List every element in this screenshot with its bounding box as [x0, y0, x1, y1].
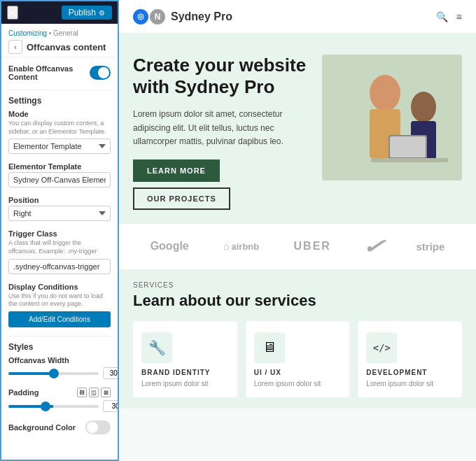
logo-icons: ◎ N: [133, 9, 165, 24]
mode-field: Mode You can display custom content, a s…: [8, 110, 111, 154]
panel-title-row: ‹ Offcanvas content: [8, 40, 111, 54]
service-card-ui: 🖥 UI / UX Lorem ipsum dolor sit: [246, 321, 350, 397]
ui-desc: Lorem ipsum dolor sit: [254, 379, 342, 389]
offcanvas-width-slider-row: [8, 367, 111, 379]
enable-offcanvas-row: Enable Offcanvas Content: [8, 64, 111, 81]
hero-image: [322, 55, 462, 180]
enable-offcanvas-label: Enable Offcanvas Content: [8, 64, 90, 81]
logo-google: Google: [150, 240, 189, 253]
display-conditions-field: Display Conditions Use this if you do no…: [8, 283, 111, 327]
hero-desc: Lorem ipsum dolor sit amet, consectetur …: [133, 108, 301, 148]
services-label: SERVICES: [133, 281, 462, 289]
hero-content: Create your website with Sydney Pro Lore…: [133, 55, 308, 210]
padding-link-icon[interactable]: ⛓: [77, 388, 87, 397]
trigger-class-field: Trigger Class A class that will trigger …: [8, 229, 111, 274]
services-title: Learn about our services: [133, 292, 462, 310]
panel-body: Enable Offcanvas Content Settings Mode Y…: [1, 57, 118, 460]
service-card-brand: 🔧 BRAND IDENTITY Lorem ipsum dolor sit: [133, 321, 237, 397]
site-name: Sydney Pro: [171, 10, 232, 23]
mode-select[interactable]: Elementor Template Custom Content Sideba…: [8, 139, 111, 154]
back-button[interactable]: ‹: [8, 40, 22, 54]
menu-button[interactable]: ≡: [456, 11, 462, 22]
search-button[interactable]: 🔍: [436, 11, 448, 22]
offcanvas-width-field: Offcanvas Width: [8, 356, 111, 379]
logo-airbnb: ⌂ airbnb: [223, 241, 259, 252]
logo-nike: ✓: [361, 235, 386, 258]
display-conditions-hint: Use this if you do not want to load the …: [8, 292, 111, 308]
trigger-class-hint: A class that will trigger the offcanvas.…: [8, 239, 111, 255]
logo-stripe: stripe: [416, 241, 444, 253]
publish-button[interactable]: Publish ⚙: [62, 6, 112, 20]
bg-color-toggle[interactable]: [85, 420, 111, 434]
site-logo: ◎ N Sydney Pro: [133, 9, 232, 24]
brand-name: BRAND IDENTITY: [141, 369, 229, 376]
logos-section: Google ⌂ airbnb UBER ✓ stripe: [119, 224, 476, 270]
services-section: SERVICES Learn about our services 🔧 BRAN…: [119, 270, 476, 409]
dev-name: DEVELOPMENT: [366, 369, 454, 376]
bg-color-field: Background Color: [8, 420, 111, 434]
panel-header: Customizing • General ‹ Offcanvas conten…: [1, 24, 118, 57]
offcanvas-width-slider[interactable]: [8, 372, 99, 375]
trigger-class-input[interactable]: [8, 259, 111, 274]
svg-rect-6: [390, 136, 426, 157]
trigger-class-label: Trigger Class: [8, 229, 111, 238]
padding-value[interactable]: [103, 400, 118, 412]
our-projects-button[interactable]: OUR PROJECTS: [133, 187, 230, 210]
brand-icon: 🔧: [141, 332, 172, 363]
padding-label: Padding: [8, 388, 38, 397]
position-field: Position Right Left: [8, 196, 111, 221]
styles-section-title: Styles: [8, 336, 111, 352]
site-nav: ◎ N Sydney Pro 🔍 ≡: [119, 0, 476, 34]
breadcrumb-link[interactable]: Customizing: [8, 29, 47, 37]
mode-label: Mode: [8, 110, 111, 118]
dev-desc: Lorem ipsum dolor sit: [366, 379, 454, 389]
position-select[interactable]: Right Left: [8, 206, 111, 221]
learn-more-button[interactable]: LEARN MORE: [133, 159, 220, 182]
hero-title: Create your website with Sydney Pro: [133, 55, 308, 98]
brand-desc: Lorem ipsum dolor sit: [141, 379, 229, 389]
services-cards: 🔧 BRAND IDENTITY Lorem ipsum dolor sit 🖥…: [133, 321, 462, 397]
left-panel: ✕ Publish ⚙ Customizing • General ‹ Offc…: [0, 0, 119, 461]
ui-name: UI / UX: [254, 369, 342, 376]
close-button[interactable]: ✕: [7, 6, 18, 20]
padding-slider-row: [8, 400, 111, 412]
right-panel: ◎ N Sydney Pro 🔍 ≡ Create your website w…: [119, 0, 476, 461]
elementor-template-label: Elementor Template: [8, 162, 111, 171]
panel-title: Offcanvas content: [27, 42, 106, 52]
offcanvas-width-value[interactable]: [103, 367, 118, 379]
padding-copy-icon[interactable]: ◫: [89, 388, 99, 397]
logo-uber: UBER: [294, 240, 331, 253]
settings-section-title: Settings: [8, 90, 111, 106]
mode-hint: You can display custom content, a sideba…: [8, 120, 111, 136]
hero-section: Create your website with Sydney Pro Lore…: [119, 34, 476, 224]
enable-offcanvas-toggle[interactable]: [90, 66, 111, 80]
svg-rect-7: [371, 158, 448, 162]
padding-icons: ⛓ ◫ ⊠: [77, 388, 111, 397]
padding-slider[interactable]: [8, 405, 99, 408]
offcanvas-width-label: Offcanvas Width: [8, 356, 111, 364]
padding-field: Padding ⛓ ◫ ⊠: [8, 388, 111, 412]
dev-icon: </>: [366, 332, 397, 363]
bg-color-label: Background Color: [8, 423, 76, 432]
logo-n: N: [155, 12, 161, 22]
padding-clear-icon[interactable]: ⊠: [101, 388, 111, 397]
elementor-template-field: Elementor Template: [8, 162, 111, 187]
top-bar: ✕ Publish ⚙: [1, 1, 118, 24]
service-card-dev: </> DEVELOPMENT Lorem ipsum dolor sit: [358, 321, 462, 397]
elementor-template-input[interactable]: [8, 172, 111, 187]
hero-svg: [322, 55, 462, 180]
svg-point-1: [370, 75, 400, 111]
logo-circle-blue: ◎: [133, 9, 148, 24]
hero-buttons: LEARN MORE OUR PROJECTS: [133, 159, 308, 210]
nav-icons: 🔍 ≡: [436, 11, 462, 22]
breadcrumb: Customizing • General: [8, 29, 111, 37]
logo-circle-gray: N: [150, 9, 165, 24]
display-conditions-label: Display Conditions: [8, 283, 111, 291]
position-label: Position: [8, 196, 111, 204]
add-conditions-button[interactable]: Add/Edit Conditions: [8, 311, 111, 327]
ui-icon: 🖥: [254, 332, 285, 363]
gear-icon: ⚙: [99, 9, 105, 17]
svg-point-3: [411, 92, 436, 122]
